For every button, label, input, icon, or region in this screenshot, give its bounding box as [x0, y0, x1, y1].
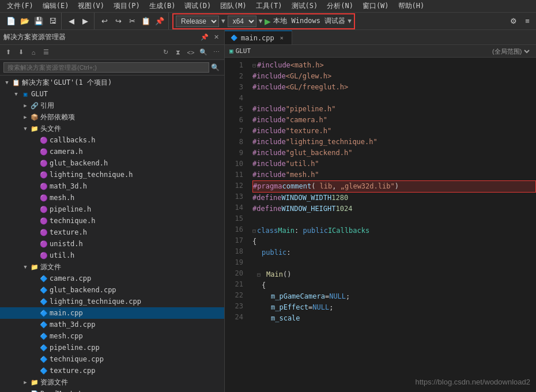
tree-view: ▼ 📋 解决方案'GLUT'(1 个项目) ▼ ▣ GLUT ▶ 🔗 引用 ▶ …	[0, 76, 224, 392]
project-arrow: ▼	[12, 89, 21, 99]
arch-select[interactable]: x64	[228, 16, 256, 27]
code-line-10: #include "util.h"	[252, 159, 536, 169]
sb-tool-more[interactable]: ⋯	[210, 47, 222, 58]
menu-analyze[interactable]: 分析(N)	[322, 0, 358, 12]
code-content[interactable]: ⊟#include <math.h> #include <GL/glew.h> …	[248, 58, 536, 392]
path-bar: ▣ GLUT (全局范围)	[225, 45, 536, 58]
hdr-texture[interactable]: ▶ 🟣 texture.h	[0, 227, 224, 238]
sb-tool-props[interactable]: ☰	[40, 47, 52, 58]
sb-tool-filter[interactable]: ⧗	[172, 47, 184, 58]
hdr-math3d[interactable]: ▶ 🟣 math_3d.h	[0, 180, 224, 192]
sb-tool-code[interactable]: <>	[185, 47, 197, 58]
headers-folder-item[interactable]: ▼ 📁 头文件	[0, 123, 224, 134]
sb-tool-search2[interactable]: 🔍	[198, 47, 209, 58]
hdr-technique[interactable]: ▶ 🟣 technique.h	[0, 215, 224, 227]
src-pipeline[interactable]: ▶ 🔷 pipeline.cpp	[0, 342, 224, 353]
src-mesh[interactable]: ▶ 🔷 mesh.cpp	[0, 330, 224, 342]
src-camera[interactable]: ▶ 🔷 camera.cpp	[0, 273, 224, 284]
project-glut-item[interactable]: ▼ ▣ GLUT	[0, 88, 224, 100]
path-project-label: GLUT	[236, 47, 251, 55]
pin-button[interactable]: 📌	[200, 33, 209, 42]
sb-tool-2[interactable]: ⬇	[15, 47, 27, 58]
redo-button[interactable]: ↪	[112, 15, 124, 28]
hdr-camera[interactable]: ▶ 🟣 camera.h	[0, 146, 224, 157]
menu-window[interactable]: 窗口(W)	[358, 0, 394, 12]
sidebar-controls: 📌 ✕	[200, 33, 221, 42]
sb-tool-1[interactable]: ⬆	[2, 47, 14, 58]
solution-icon: 📋	[12, 78, 21, 87]
copy-button[interactable]: 📋	[139, 15, 152, 28]
code-line-24: m_scale	[252, 313, 536, 324]
hdr-pipeline[interactable]: ▶ 🟣 pipeline.h	[0, 203, 224, 215]
hdr-glut-icon: 🟣	[39, 159, 48, 168]
hdr-unistd[interactable]: ▶ 🟣 unistd.h	[0, 238, 224, 250]
src-glut-backend[interactable]: ▶ 🔷 glut_backend.cpp	[0, 284, 224, 296]
cut-button[interactable]: ✂	[126, 15, 138, 28]
forward-button[interactable]: ▶	[79, 15, 92, 28]
menu-build[interactable]: 生成(B)	[145, 0, 180, 12]
code-line-9: #include "glut_backend.h"	[252, 148, 536, 159]
sb-tool-sync[interactable]: ↻	[160, 47, 171, 58]
hdr-glut-backend[interactable]: ▶ 🟣 glut_backend.h	[0, 157, 224, 169]
save-all-button[interactable]: 🖫	[46, 15, 59, 28]
new-button[interactable]: 📄	[5, 15, 17, 28]
solution-root-item[interactable]: ▼ 📋 解决方案'GLUT'(1 个项目)	[0, 77, 224, 88]
src-technique[interactable]: ▶ 🔷 technique.cpp	[0, 353, 224, 365]
src-texture-label: texture.cpp	[50, 367, 95, 375]
src-lighting[interactable]: ▶ 🔷 lighting_technique.cpp	[0, 296, 224, 307]
menu-help[interactable]: 帮助(H)	[394, 0, 429, 12]
code-line-13: #define WINDOW_WIDTH 1280	[252, 193, 536, 203]
src-texture[interactable]: ▶ 🔷 texture.cpp	[0, 365, 224, 376]
resources-folder-item[interactable]: ▶ 📁 资源文件	[0, 376, 224, 388]
toolbar-extra-2[interactable]: ≡	[521, 15, 534, 28]
src-main[interactable]: ▶ 🔷 main.cpp	[0, 307, 224, 319]
search-execute-button[interactable]: 🔍	[209, 62, 221, 73]
src-glut-label: glut_backend.cpp	[50, 286, 116, 294]
path-dropdown[interactable]: (全局范围)	[490, 47, 531, 55]
menu-view[interactable]: 视图(V)	[73, 0, 109, 12]
ext-icon: 📦	[30, 112, 39, 122]
src-math3d[interactable]: ▶ 🔷 math_3d.cpp	[0, 319, 224, 330]
line-numbers: 1 2 3 4 5 6 7 8 9 10 11 12 13 14 15 16 1…	[225, 58, 248, 392]
release-select[interactable]: Release	[176, 16, 219, 27]
sidebar-close-button[interactable]: ✕	[212, 33, 221, 42]
src-folder-icon: 📁	[30, 262, 39, 272]
open-button[interactable]: 📂	[18, 15, 31, 28]
undo-button[interactable]: ↩	[98, 15, 111, 28]
back-button[interactable]: ◀	[65, 15, 78, 28]
play-button[interactable]: ▶	[265, 17, 271, 26]
toolbar-extra-1[interactable]: ⚙	[507, 15, 520, 28]
menu-edit[interactable]: 编辑(E)	[38, 0, 74, 12]
tab-close-button[interactable]: ✕	[278, 34, 286, 42]
editor-area: 🔷 main.cpp ✕ ▣ GLUT (全局范围) 1 2 3 4 5 6 7	[225, 30, 536, 392]
src-main-label: main.cpp	[50, 309, 83, 317]
hdr-mesh[interactable]: ▶ 🟣 mesh.h	[0, 192, 224, 203]
hdr-util[interactable]: ▶ 🟣 util.h	[0, 250, 224, 261]
menu-team[interactable]: 团队(M)	[216, 0, 251, 12]
save-button[interactable]: 💾	[32, 15, 45, 28]
build-config: Release ▼ x64 ▼ ▶ 本地 Windows 调试器 ▼	[172, 13, 355, 29]
sources-folder-item[interactable]: ▼ 📁 源文件	[0, 261, 224, 273]
sb-tool-home[interactable]: ⌂	[28, 47, 39, 58]
menu-file[interactable]: 文件(F)	[2, 0, 38, 12]
menu-project[interactable]: 项目(P)	[109, 0, 145, 12]
ref-label: 引用	[40, 101, 54, 111]
menu-test[interactable]: 测试(S)	[287, 0, 323, 12]
readme-label: ReadMe.txt	[40, 390, 82, 392]
src-lighting-icon: 🔷	[39, 297, 48, 306]
code-line-20: ⊟Main()	[252, 269, 536, 280]
search-input[interactable]	[3, 62, 209, 73]
hdr-util-label: util.h	[50, 251, 74, 259]
external-deps-item[interactable]: ▶ 📦 外部依赖项	[0, 111, 224, 123]
src-texture-icon: 🔷	[39, 366, 48, 375]
tab-main-cpp[interactable]: 🔷 main.cpp ✕	[225, 31, 292, 44]
menu-debug[interactable]: 调试(D)	[180, 0, 216, 12]
hdr-callbacks[interactable]: ▶ 🟣 callbacks.h	[0, 134, 224, 146]
references-item[interactable]: ▶ 🔗 引用	[0, 100, 224, 111]
hdr-lighting[interactable]: ▶ 🟣 lighting_technique.h	[0, 169, 224, 180]
menu-tools[interactable]: 工具(T)	[251, 0, 287, 12]
code-line-5: #include "pipeline.h"	[252, 104, 536, 115]
hdr-mesh-icon: 🟣	[39, 193, 48, 202]
paste-button[interactable]: 📌	[153, 15, 166, 28]
readme-item[interactable]: ▶ 📄 ReadMe.txt	[0, 388, 224, 392]
